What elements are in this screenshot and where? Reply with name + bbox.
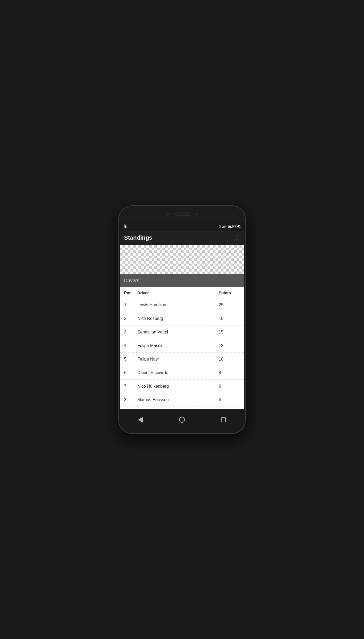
row-driver-name: Daniel Ricciardo (137, 370, 219, 375)
home-button[interactable] (175, 414, 189, 425)
row-position: 5 (124, 357, 137, 362)
row-driver-name: Lewis Hamilton (137, 303, 219, 307)
back-icon (138, 417, 143, 423)
notification-icon: 🐧 (123, 224, 128, 229)
table-row[interactable]: 2 Nico Rosberg 18 (120, 312, 244, 325)
battery-icon (228, 225, 233, 228)
row-position: 2 (124, 316, 137, 321)
sensor (196, 213, 198, 215)
overflow-menu-icon[interactable]: ⋮ (234, 235, 240, 241)
row-position: 4 (124, 343, 137, 348)
recents-icon (221, 417, 226, 422)
front-camera (166, 213, 169, 215)
status-left: 🐧 (123, 224, 128, 229)
header-driver: Driver (137, 290, 219, 295)
table-row[interactable]: 6 Daniel Ricciardo 8 (120, 366, 244, 380)
bluetooth-icon: ⎙ (219, 225, 221, 228)
recents-button[interactable] (217, 414, 230, 425)
row-points: 8 (219, 370, 240, 375)
header-points: Points (219, 290, 240, 295)
row-position: 8 (124, 397, 137, 402)
row-position: 3 (124, 330, 137, 335)
table-row[interactable]: 4 Felipe Massa 12 (120, 339, 244, 353)
row-position: 1 (124, 303, 137, 307)
bottom-nav (120, 409, 244, 433)
standings-table: Pos. Driver Points 1 Lewis Hamilton 25 2… (120, 287, 244, 409)
table-row[interactable]: 8 Marcus Ericsson 4 (120, 393, 244, 407)
row-driver-name: Nico Rosberg (137, 316, 219, 321)
row-driver-name: Nico Hülkenberg (137, 384, 219, 389)
table-rows-container: 1 Lewis Hamilton 25 2 Nico Rosberg 18 3 … (120, 298, 244, 409)
phone-top-bar (119, 206, 245, 222)
row-driver-name: Sebastian Vettel (137, 330, 219, 335)
home-icon (179, 417, 185, 423)
row-position: 6 (124, 370, 137, 375)
status-time: 9:41 (234, 224, 241, 228)
row-points: 18 (219, 316, 240, 321)
header-image (120, 245, 244, 274)
table-header-row: Pos. Driver Points (120, 287, 244, 298)
row-points: 4 (219, 397, 240, 402)
category-title: Drivers (124, 278, 139, 283)
row-points: 25 (219, 303, 240, 307)
speaker-grill (174, 213, 190, 216)
status-right: ⎙ 9:41 (219, 224, 241, 228)
table-row[interactable]: 9 Carlos Sainz Jr. 2 (120, 407, 244, 409)
row-driver-name: Felipe Nasr (137, 357, 219, 362)
battery-fill (228, 226, 231, 227)
category-header: Drivers (120, 274, 244, 287)
status-bar: 🐧 ⎙ 9:41 (120, 222, 244, 231)
table-row[interactable]: 1 Lewis Hamilton 25 (120, 298, 244, 312)
header-pos: Pos. (124, 290, 137, 295)
table-row[interactable]: 5 Felipe Nasr 10 (120, 353, 244, 366)
row-driver-name: Felipe Massa (137, 343, 219, 348)
row-points: 6 (219, 384, 240, 389)
table-row[interactable]: 7 Nico Hülkenberg 6 (120, 380, 244, 393)
back-button[interactable] (134, 414, 147, 425)
phone-frame: 🐧 ⎙ 9:41 Standings ⋮ D (118, 205, 246, 434)
row-driver-name: Marcus Ericsson (137, 397, 219, 402)
signal-bars (222, 225, 226, 228)
row-position: 7 (124, 384, 137, 389)
row-points: 12 (219, 343, 240, 348)
table-row[interactable]: 3 Sebastian Vettel 15 (120, 325, 244, 339)
row-points: 10 (219, 357, 240, 362)
content-area: Drivers Pos. Driver Points 1 Lewis Hamil… (120, 245, 244, 409)
screen: 🐧 ⎙ 9:41 Standings ⋮ D (120, 222, 244, 409)
app-title: Standings (124, 234, 152, 241)
row-points: 15 (219, 330, 240, 335)
app-bar: Standings ⋮ (120, 231, 244, 245)
